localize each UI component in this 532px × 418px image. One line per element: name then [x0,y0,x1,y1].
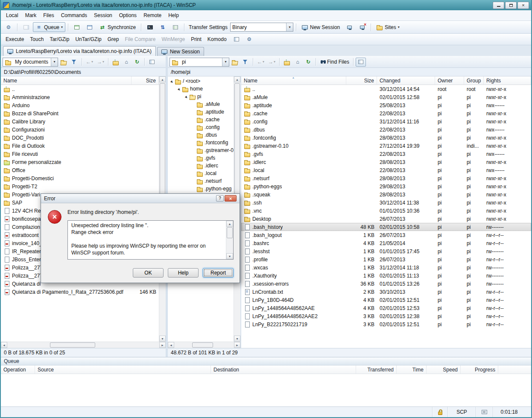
combo-dropdown-button[interactable]: ▾ [222,58,229,66]
scroll-right-button[interactable]: ► [234,342,240,348]
tree-node[interactable]: .fontconfig [168,139,234,146]
file-row[interactable]: .idlerc 28/08/2013 pi pi rwxr-xr-x [241,158,531,166]
queue-panel-title[interactable]: Queue [1,357,531,365]
file-row[interactable]: LnCrontab.txt 2 KB 30/10/2013 pi pi rw-r… [241,288,531,296]
local-tree-toggle-button[interactable] [147,58,157,67]
scrollbar-thumb[interactable] [227,227,233,238]
file-row[interactable]: .python-eggs 29/08/2013 pi pi rwxr-xr-x [241,182,531,190]
menu-item[interactable]: Local [3,11,22,20]
file-row[interactable]: Progetti-T2 [1,182,159,190]
parent-directory-button[interactable] [282,58,292,67]
encryption-status-cell[interactable] [432,407,447,417]
combo-dropdown-button[interactable]: ▾ [51,58,58,66]
close-button[interactable]: × [517,2,529,9]
file-row[interactable]: Arduino [1,101,159,109]
scroll-down-button[interactable]: ▼ [234,336,240,342]
queue-column-destination[interactable]: Destination [211,365,356,374]
tree-node[interactable]: .aMule [168,100,234,108]
tree-node[interactable]: .idlerc [168,162,234,170]
filter-button[interactable] [240,58,251,67]
duplicate-session-button[interactable] [343,22,355,32]
file-row[interactable]: .config 31/12/2014 11:16 pi pi rwxr-xr-x [241,117,531,126]
local-drive-select[interactable]: My documents ▾ [3,58,58,67]
show-queue-panel-button[interactable] [20,22,32,32]
synchronize-button[interactable]: ⇄ Synchronize [96,22,138,32]
queue-column-time[interactable]: Time [397,365,427,374]
column-header-group[interactable]: Group [464,76,484,85]
custom-command-button[interactable]: Komodo [205,35,230,43]
scroll-down-button[interactable]: ▼ [226,253,233,259]
refresh-button[interactable]: ↻ [132,58,142,67]
protocol-status-cell[interactable]: SCP [447,407,476,417]
scrollbar-thumb[interactable] [234,83,240,210]
column-header-changed[interactable]: Changed [377,76,435,85]
parent-directory-button[interactable] [111,58,121,67]
tree-node[interactable]: .gstreamer-0 [168,146,234,154]
file-row[interactable]: .xsession-errors 36 KB 01/01/2015 13:26 … [241,280,531,288]
back-button[interactable]: ←▾ [84,58,95,67]
find-files-button[interactable]: Find Files [318,58,351,67]
menu-item[interactable]: Commands [58,11,91,20]
customize-commands-button[interactable]: ⚙ [243,35,255,44]
details-scrollbar[interactable]: ▲ ▼ [226,221,233,259]
tree-node[interactable]: .dbus [168,131,234,139]
scroll-down-button[interactable]: ▼ [159,336,166,342]
file-row[interactable]: .vnc 01/01/2015 10:36 pi pi rwxr-xr-x [241,207,531,215]
forward-button[interactable]: →▾ [95,58,106,67]
tree-node[interactable]: home [168,85,234,93]
scroll-up-button[interactable]: ▲ [234,76,240,82]
tree-node[interactable]: pi [168,93,234,100]
scrollbar-thumb[interactable] [192,342,213,348]
open-directory-button[interactable] [58,58,69,67]
tab-session-active[interactable]: Loreto/RaspBerry/Loreto via Itaca/loreto… [3,46,156,56]
tree-node[interactable]: .netsurf [168,177,234,185]
custom-command-button[interactable]: Touch [27,35,47,43]
file-row[interactable]: .dbus 22/08/2013 pi pi rwx------ [241,126,531,134]
local-horizontal-scrollbar[interactable]: ◄ ► [1,342,166,348]
file-row[interactable]: Desktop 26/07/2013 pi pi rwxr-xr-x [241,215,531,223]
queue-column-operation[interactable]: Operation [1,365,35,374]
file-row[interactable]: .profile 1 KB 26/07/2013 pi pi rw-r--r-- [241,255,531,263]
forward-button[interactable]: →▾ [266,58,277,67]
close-session-button[interactable]: × [356,22,368,32]
remote-tree-toggle-button[interactable] [356,58,366,67]
synchronize-browsing-button[interactable] [71,22,83,32]
transfer-settings-select[interactable]: Binary ▾ [230,23,293,32]
file-row[interactable]: .netsurf 28/08/2013 pi pi rwxr-xr-x [241,174,531,182]
file-row[interactable]: .bash_logout 1 KB 26/07/2013 pi pi rw-r-… [241,231,531,239]
expander-icon[interactable] [184,94,189,99]
custom-command-button[interactable]: WinMerge [158,35,188,43]
new-session-button[interactable]: New Session [299,22,342,32]
file-row[interactable]: .. [1,85,159,93]
resize-grip[interactable] [525,407,531,417]
file-row[interactable]: .. 30/12/2014 14:54 root root rwxr-xr-x [241,85,531,93]
scroll-left-button[interactable]: ◄ [168,342,174,348]
column-header-owner[interactable]: Owner [435,76,464,85]
preferences-button[interactable]: ⚙ [3,22,15,32]
custom-command-button[interactable]: UnTar/GZip [72,35,104,43]
panel-layout-button[interactable] [170,22,181,32]
file-row[interactable]: LnPy_1448564A48562AAE2 3 KB 02/01/2015 1… [241,312,531,320]
custom-command-icon-button[interactable] [231,35,243,44]
console-status-cell[interactable] [476,407,493,417]
scrollbar-thumb[interactable] [50,342,96,348]
expander-icon[interactable] [170,78,175,84]
menu-item[interactable]: Remote [140,11,165,20]
remote-drive-select[interactable]: pi ▾ [170,58,229,67]
file-row[interactable]: .cache 22/08/2013 pi pi rwxr-xr-x [241,109,531,117]
file-row[interactable]: .aMule 02/01/2015 12:58 pi pi rwxr-xr-x [241,93,531,101]
tree-node[interactable]: .aptitude [168,108,234,116]
menu-item[interactable]: Files [40,11,57,20]
file-row[interactable]: .fontconfig 28/08/2013 pi pi rwxr-xr-x [241,134,531,142]
minimize-button[interactable] [493,2,504,9]
file-row[interactable]: Progetti-Domestici [1,174,159,182]
file-row[interactable]: File ricevuti [1,150,159,158]
tree-node[interactable]: .gvfs [168,154,234,162]
tree-node[interactable]: .python-egg [168,185,234,193]
file-row[interactable]: .squeak 28/08/2013 pi pi rwxr-xr-x [241,190,531,199]
queue-column-progress[interactable]: Progress [461,365,498,374]
file-row[interactable]: .lesshst 1 KB 01/01/2015 17:45 pi pi rw-… [241,247,531,255]
file-row[interactable]: Bozze di SharePoint [1,109,159,117]
column-header-rights[interactable]: Rights [484,76,531,85]
column-header-name[interactable]: Name [1,76,132,85]
